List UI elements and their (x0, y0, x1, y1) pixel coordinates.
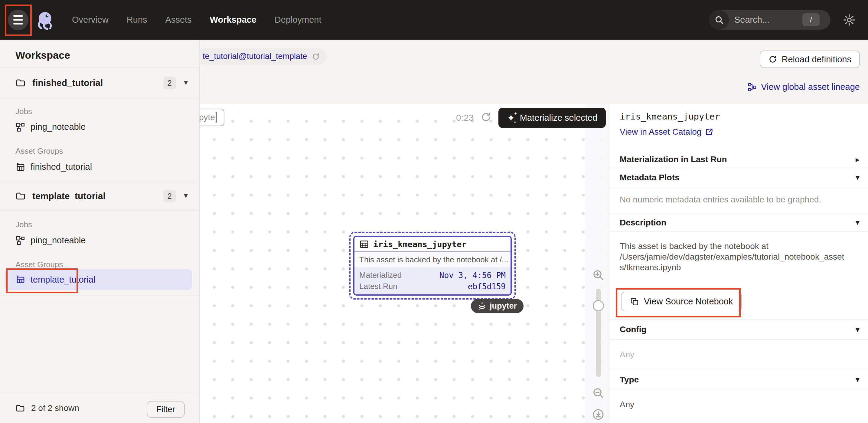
section-title: Description (620, 218, 666, 228)
chevron-down-icon: ▾ (856, 375, 860, 384)
materialized-value[interactable]: Nov 3, 4:56 PM (439, 271, 506, 280)
repo-row-template-tutorial[interactable]: template_tutorial 2 ▾ (0, 182, 199, 210)
page-header: te_tutorial@tutorial_template Reload def… (199, 40, 868, 104)
section-title: Type (620, 375, 639, 385)
job-icon (16, 236, 25, 245)
refresh-icon[interactable] (480, 111, 492, 123)
search-icon (709, 10, 729, 30)
view-source-notebook-button[interactable]: View Source Notebook (621, 292, 742, 311)
tag-label: jupyter (490, 301, 517, 311)
repo-name: finished_tutorial (32, 78, 103, 88)
zoom-slider-handle[interactable] (593, 300, 604, 311)
chevron-down-icon: ▾ (856, 173, 860, 182)
asset-groups-section-label: Asset Groups (16, 146, 63, 156)
lineage-link-label: View global asset lineage (761, 82, 860, 92)
job-label: ping_noteable (31, 122, 86, 132)
hamburger-menu-button[interactable] (8, 10, 28, 30)
nav-item-runs[interactable]: Runs (127, 15, 147, 25)
source-button-label: View Source Notebook (644, 297, 733, 306)
section-metadata-plots[interactable]: Metadata Plots ▾ (610, 168, 868, 187)
table-icon (359, 239, 369, 249)
primary-nav: Overview Runs Assets Workspace Deploymen… (72, 15, 321, 25)
lineage-icon (748, 83, 757, 92)
workarea: pyte 0:23 ✦✦✦ Materialize selected (199, 104, 868, 423)
section-title: Metadata Plots (620, 173, 680, 182)
gear-icon[interactable] (843, 13, 856, 27)
external-link-icon (705, 128, 713, 136)
zoom-in-icon[interactable] (592, 269, 604, 281)
graph-filter-input[interactable]: pyte (195, 109, 224, 126)
latest-run-value[interactable]: ebf5d159 (468, 282, 506, 291)
type-value: Any (620, 399, 846, 410)
refresh-timer: 0:23 (456, 113, 474, 123)
chevron-down-icon[interactable]: ▾ (184, 78, 188, 87)
sidebar-title: Workspace (16, 49, 70, 61)
nav-item-deployment[interactable]: Deployment (275, 15, 321, 25)
dagster-logo[interactable] (35, 9, 56, 31)
search-placeholder: Search... (734, 15, 769, 25)
latest-run-label: Latest Run (359, 282, 397, 291)
asset-groups-section-label: Asset Groups (16, 260, 63, 269)
description-body: This asset is backed by the notebook at … (620, 241, 846, 273)
view-in-asset-catalog-link[interactable]: View in Asset Catalog (620, 127, 713, 137)
section-title: Config (620, 325, 647, 334)
section-type[interactable]: Type ▾ (610, 370, 868, 389)
reload-definitions-button[interactable]: Reload definitions (760, 51, 860, 68)
zoom-out-icon[interactable] (592, 387, 604, 399)
section-config[interactable]: Config ▾ (610, 320, 868, 339)
chevron-down-icon: ▾ (856, 325, 860, 334)
compute-kind-tag-jupyter[interactable]: jupyter (471, 299, 524, 313)
asset-group-icon (16, 275, 25, 284)
sidebar-item-job-ping-noteable[interactable]: ping_noteable (16, 235, 86, 245)
nav-item-assets[interactable]: Assets (165, 15, 192, 25)
zoom-controls (590, 104, 606, 423)
section-materialization-in-last-run[interactable]: Materialization in Last Run ▸ (610, 151, 868, 168)
reload-definitions-label: Reload definitions (781, 55, 851, 64)
asset-group-icon (16, 162, 25, 172)
chevron-right-icon: ▸ (856, 155, 860, 164)
shown-count-text: 2 of 2 shown (31, 403, 79, 413)
asset-node-title: iris_kmeans_jupyter (373, 240, 467, 249)
sidebar-item-asset-group-template-tutorial[interactable]: template_tutorial (4, 269, 192, 290)
search-input[interactable]: Search... / (709, 10, 831, 30)
section-description[interactable]: Description ▾ (610, 214, 868, 231)
jupyter-icon (477, 302, 487, 311)
nav-item-workspace[interactable]: Workspace (210, 15, 256, 25)
sidebar-item-asset-group-finished-tutorial[interactable]: finished_tutorial (16, 162, 92, 172)
asset-node-selection-outline: iris_kmeans_jupyter This asset is backed… (349, 232, 516, 300)
sidebar-footer: 2 of 2 shown Filter (0, 393, 199, 423)
config-value: Any (620, 350, 634, 359)
breadcrumb[interactable]: te_tutorial@tutorial_template (196, 49, 327, 64)
materialize-label: Materialize selected (520, 113, 597, 123)
asset-node-stats: Materialized Nov 3, 4:56 PM Latest Run e… (354, 267, 510, 294)
graph-filter-value: pyte (199, 113, 215, 122)
sparkle-icon: ✦✦✦ (507, 113, 515, 123)
chevron-down-icon: ▾ (856, 218, 860, 227)
jobs-section-label: Jobs (16, 220, 32, 229)
asset-node-header: iris_kmeans_jupyter (354, 237, 510, 252)
chevron-down-icon[interactable]: ▾ (184, 191, 188, 200)
refresh-icon[interactable] (311, 52, 320, 61)
top-nav-bar: Overview Runs Assets Workspace Deploymen… (0, 0, 868, 40)
download-image-icon[interactable] (592, 409, 604, 421)
repo-row-finished-tutorial[interactable]: finished_tutorial 2 ▾ (0, 67, 199, 99)
asset-group-label: template_tutorial (31, 275, 95, 285)
job-label: ping_noteable (31, 235, 86, 245)
text-cursor (216, 112, 217, 123)
materialize-selected-button[interactable]: ✦✦✦ Materialize selected (498, 108, 606, 128)
asset-graph-canvas[interactable]: pyte 0:23 ✦✦✦ Materialize selected (199, 104, 609, 423)
filter-button[interactable]: Filter (147, 401, 185, 418)
view-global-asset-lineage-link[interactable]: View global asset lineage (748, 82, 860, 92)
refresh-icon (768, 55, 777, 64)
nav-item-overview[interactable]: Overview (72, 15, 108, 25)
asset-node-description: This asset is backed by the notebook at … (354, 252, 510, 267)
folder-icon (16, 403, 25, 413)
workspace-sidebar: Workspace finished_tutorial 2 ▾ Jobs pin… (0, 40, 199, 423)
catalog-link-label: View in Asset Catalog (620, 127, 701, 137)
repo-name: template_tutorial (32, 191, 105, 201)
copy-icon (630, 297, 639, 306)
sidebar-item-job-ping-noteable[interactable]: ping_noteable (16, 122, 86, 132)
asset-details-title: iris_kmeans_jupyter (620, 111, 720, 122)
asset-node-iris-kmeans-jupyter[interactable]: iris_kmeans_jupyter This asset is backed… (353, 236, 512, 296)
jobs-section-label: Jobs (16, 107, 32, 116)
